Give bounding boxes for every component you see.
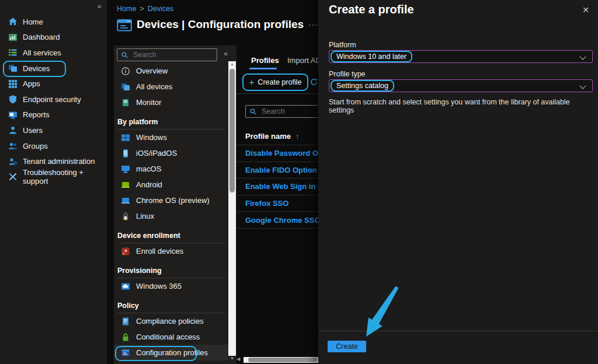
menu-item-ios-ipados[interactable]: iOS/iPadOS bbox=[114, 145, 228, 161]
menu-item-label: macOS bbox=[136, 164, 161, 173]
sidebar-item-tenant-administration[interactable]: Tenant administration bbox=[0, 153, 107, 169]
intune-admin-center: « Home Dashboard All services Devices bbox=[0, 0, 598, 364]
sidebar-item-label: Dashboard bbox=[23, 33, 60, 41]
vertical-scrollbar[interactable]: ▲ bbox=[228, 61, 236, 356]
sidebar-item-dashboard[interactable]: Dashboard bbox=[0, 30, 107, 46]
sidebar-item-label: Reports bbox=[23, 110, 50, 119]
menu-item-label: Windows 365 bbox=[136, 282, 182, 290]
table-row: Disable Password Optio bbox=[237, 145, 318, 162]
menu-item-label: Compliance policies bbox=[136, 317, 204, 326]
sidebar-item-label: All services bbox=[23, 48, 61, 57]
menu-item-monitor[interactable]: Monitor bbox=[114, 94, 228, 110]
sidebar-item-label: Users bbox=[23, 126, 43, 135]
panel-title: Create a profile bbox=[329, 3, 414, 16]
profile-link[interactable]: Google Chrome SSO bbox=[245, 216, 321, 225]
menu-item-windows[interactable]: Windows bbox=[114, 130, 228, 145]
sidebar-item-apps[interactable]: Apps bbox=[0, 76, 107, 92]
windows-icon bbox=[121, 133, 130, 142]
compliance-policies-document-icon bbox=[121, 317, 130, 326]
create-profile-button[interactable]: + Create profile bbox=[242, 74, 308, 91]
menu-item-label: All devices bbox=[136, 82, 172, 91]
sort-ascending-icon: ↑ bbox=[295, 132, 300, 141]
menu-item-overview[interactable]: Overview bbox=[114, 63, 228, 79]
chevron-down-icon bbox=[579, 82, 586, 89]
horizontal-scrollbar[interactable] bbox=[244, 357, 318, 363]
chrome-os-laptop-icon bbox=[121, 196, 130, 205]
profile-link[interactable]: Enable FIDO Option on bbox=[245, 166, 328, 174]
linux-penguin-icon bbox=[121, 212, 130, 221]
breadcrumb-home-link[interactable]: Home bbox=[117, 5, 136, 13]
menu-item-conditional-access[interactable]: Conditional access bbox=[114, 329, 228, 345]
android-laptop-icon bbox=[121, 180, 130, 190]
menu-item-linux[interactable]: Linux bbox=[114, 208, 228, 224]
home-icon bbox=[8, 17, 18, 26]
sidebar-item-reports[interactable]: Reports bbox=[0, 107, 107, 123]
blade-menu-collapse-icon[interactable]: « bbox=[224, 49, 228, 58]
profile-type-dropdown[interactable]: Settings catalog bbox=[329, 79, 593, 92]
scroll-left-icon[interactable]: ◀ bbox=[237, 356, 240, 362]
section-header-policy: Policy bbox=[114, 294, 228, 313]
search-icon bbox=[249, 108, 257, 116]
menu-item-all-devices[interactable]: All devices bbox=[114, 79, 228, 94]
vertical-scrollbar-thumb[interactable] bbox=[230, 69, 235, 192]
profile-type-description: Start from scratch and select settings y… bbox=[329, 98, 590, 114]
profile-link[interactable]: Enable Web Sign in Op bbox=[245, 182, 328, 191]
page-title: Devices | Configuration profiles bbox=[137, 18, 304, 31]
profile-type-label: Profile type bbox=[329, 70, 366, 78]
horizontal-scrollbar-thumb[interactable] bbox=[248, 358, 317, 362]
breadcrumb-separator: > bbox=[140, 5, 144, 13]
sidebar-item-devices[interactable]: Devices bbox=[0, 61, 107, 76]
monitor-icon bbox=[121, 98, 130, 107]
plus-icon: + bbox=[249, 77, 255, 87]
menu-item-android[interactable]: Android bbox=[114, 177, 228, 192]
sidebar-item-troubleshooting[interactable]: Troubleshooting + support bbox=[0, 169, 107, 185]
menu-item-label: Windows bbox=[136, 133, 167, 142]
sidebar-item-home[interactable]: Home bbox=[0, 14, 107, 30]
tab-profiles[interactable]: Profiles bbox=[251, 56, 279, 65]
profile-link[interactable]: Firefox SSO bbox=[245, 199, 288, 208]
blade-menu: Overview All devices Monitor By platform… bbox=[114, 63, 228, 360]
sidebar-collapse-icon[interactable]: « bbox=[98, 2, 102, 10]
menu-item-label: Linux bbox=[136, 212, 154, 220]
troubleshooting-wrench-icon bbox=[8, 172, 18, 181]
left-sidebar: « Home Dashboard All services Devices bbox=[0, 0, 107, 364]
more-menu-icon[interactable]: ··· bbox=[308, 20, 318, 29]
sidebar-item-endpoint-security[interactable]: Endpoint security bbox=[0, 92, 107, 107]
enroll-devices-icon bbox=[121, 247, 130, 256]
tab-profiles-underline bbox=[249, 68, 277, 69]
refresh-icon[interactable] bbox=[310, 78, 318, 86]
table-row: Google Chrome SSO bbox=[237, 212, 318, 229]
apps-icon bbox=[8, 79, 18, 89]
menu-item-compliance-policies[interactable]: Compliance policies bbox=[114, 313, 228, 329]
users-icon bbox=[8, 125, 18, 135]
close-icon[interactable]: ✕ bbox=[582, 5, 589, 15]
section-header-device-enrollment: Device enrollment bbox=[114, 224, 228, 243]
create-button[interactable]: Create bbox=[328, 341, 366, 352]
platform-dropdown[interactable]: Windows 10 and later bbox=[329, 50, 593, 63]
sidebar-item-groups[interactable]: Groups bbox=[0, 138, 107, 154]
create-profile-label: Create profile bbox=[258, 78, 301, 86]
menu-item-chrome-os[interactable]: Chrome OS (preview) bbox=[114, 192, 228, 208]
sidebar-menu: Home Dashboard All services Devices Apps bbox=[0, 0, 107, 185]
blade-search-input[interactable] bbox=[132, 50, 213, 60]
menu-item-label: Conditional access bbox=[136, 332, 200, 341]
profiles-table: Disable Password Optio Enable FIDO Optio… bbox=[237, 145, 318, 229]
menu-item-enroll-devices[interactable]: Enroll devices bbox=[114, 243, 228, 259]
menu-item-macos[interactable]: macOS bbox=[114, 161, 228, 177]
breadcrumb: Home>Devices bbox=[117, 5, 173, 13]
windows-365-cloud-icon bbox=[121, 282, 130, 291]
sidebar-item-all-services[interactable]: All services bbox=[0, 45, 107, 61]
scroll-down-icon[interactable]: ▼ bbox=[228, 356, 236, 361]
menu-item-windows-365[interactable]: Windows 365 bbox=[114, 278, 228, 294]
blade-search[interactable] bbox=[117, 48, 217, 61]
sidebar-item-label: Apps bbox=[23, 79, 40, 88]
breadcrumb-devices-link[interactable]: Devices bbox=[148, 5, 173, 13]
configuration-profiles-icon bbox=[121, 348, 130, 358]
toolbar-divider bbox=[237, 93, 318, 94]
tab-import-admx[interactable]: Import AD bbox=[287, 56, 321, 65]
sidebar-item-users[interactable]: Users bbox=[0, 123, 107, 138]
reports-icon bbox=[8, 110, 18, 120]
menu-item-configuration-profiles[interactable]: Configuration profiles bbox=[114, 345, 228, 360]
column-header-profile-name[interactable]: Profile name↑ bbox=[245, 132, 300, 141]
scroll-up-icon[interactable]: ▲ bbox=[228, 62, 236, 66]
